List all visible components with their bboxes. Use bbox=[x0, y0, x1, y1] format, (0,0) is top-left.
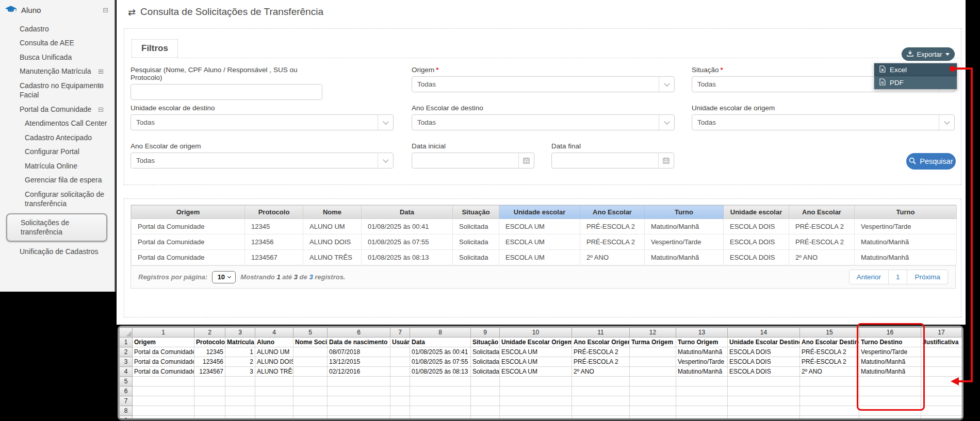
table-row: Portal da Comunidade1234567ALUNO TRÊS01/… bbox=[132, 250, 957, 265]
sheet-cell bbox=[390, 377, 410, 386]
sheet-cell: 01/08/2025 às 08:13 bbox=[410, 367, 471, 377]
filters-panel: Filtros Pesquisar (Nome, CPF Aluno / Res… bbox=[124, 28, 961, 185]
sidebar-item-label: Matrícula Online bbox=[25, 162, 77, 170]
field-data-final: Data final bbox=[551, 142, 674, 169]
sheet-row-header: 8 bbox=[120, 406, 133, 416]
sidebar-item-label: Busca Unificada bbox=[20, 53, 72, 61]
collapse-icon[interactable]: ⊟ bbox=[98, 106, 104, 113]
sheet-cell: ESCOLA UM bbox=[500, 347, 572, 357]
table-cell: PRÉ-ESCOLA 2 bbox=[789, 219, 855, 234]
sheet-cell bbox=[328, 406, 390, 416]
previous-page-button[interactable]: Anterior bbox=[849, 270, 889, 284]
search-icon bbox=[909, 157, 916, 166]
collapse-icon[interactable]: ⊟ bbox=[103, 7, 108, 13]
export-menu-item-pdf[interactable]: PDF bbox=[874, 76, 957, 89]
sheet-cell: Matutino/Manhã bbox=[676, 367, 728, 377]
sidebar-item-cadastro-no-equipamento-facial[interactable]: Cadastro no Equipamento Facial⊞ bbox=[0, 81, 111, 100]
sidebar-item-cadastro[interactable]: Cadastro bbox=[0, 24, 111, 33]
data-inicial-input[interactable] bbox=[412, 153, 534, 169]
sheet-cell bbox=[471, 406, 500, 416]
sheet-cell bbox=[921, 406, 962, 416]
data-final-input[interactable] bbox=[551, 153, 674, 169]
field-unidade-escolar-origem: Unidade escolar de origem Todas bbox=[692, 104, 955, 130]
results-table-wrap: OrigemProtocoloNomeDataSituaçãoUnidade e… bbox=[130, 205, 956, 289]
search-button[interactable]: Pesquisar bbox=[906, 153, 956, 170]
sidebar-item-atendimentos-call-center[interactable]: Atendimentos Call Center bbox=[0, 119, 111, 128]
sheet-cell bbox=[676, 406, 728, 416]
sidebar-item-cadastro-antecipado[interactable]: Cadastro Antecipado bbox=[0, 133, 111, 142]
table-cell: 01/08/2025 às 07:55 bbox=[362, 234, 453, 250]
sheet-cell bbox=[800, 396, 859, 406]
annotation-highlight-box bbox=[857, 323, 925, 411]
sidebar-item-label: Gerenciar fila de espera bbox=[25, 176, 102, 184]
spreadsheet-grid: 12345678910111213141516171OrigemProtocol… bbox=[119, 327, 962, 420]
field-label: Ano Escolar de destino bbox=[412, 104, 675, 112]
sidebar-item-configurar-portal[interactable]: Configurar Portal bbox=[0, 147, 111, 156]
table-cell: ESCOLA UM bbox=[499, 234, 580, 250]
table-cell: ALUNO UM bbox=[303, 219, 362, 234]
expand-icon[interactable]: ⊞ bbox=[98, 68, 104, 75]
next-page-button[interactable]: Próxima bbox=[907, 270, 948, 284]
sidebar-item-gerenciar-fila-de-espera[interactable]: Gerenciar fila de espera bbox=[0, 175, 111, 184]
sidebar-item-portal-da-comunidade[interactable]: Portal da Comunidade⊟ bbox=[0, 105, 111, 114]
sheet-cell bbox=[728, 377, 800, 386]
sidebar-item-configurar-solicitacao-de-transferencia[interactable]: Configurar solicitação de transferência bbox=[0, 190, 111, 209]
ano-destino-select[interactable]: Todas bbox=[412, 114, 675, 130]
expand-icon[interactable]: ⊞ bbox=[98, 82, 104, 89]
unidade-destino-select[interactable]: Todas bbox=[130, 114, 394, 130]
table-cell: ESCOLA DOIS bbox=[724, 234, 789, 250]
sheet-cell bbox=[390, 406, 410, 416]
search-input[interactable] bbox=[130, 84, 322, 100]
sheet-cell bbox=[390, 347, 410, 357]
field-label: Data final bbox=[551, 142, 674, 150]
field-unidade-escolar-destino: Unidade escolar de destino Todas bbox=[130, 104, 394, 130]
sheet-row-header: 4 bbox=[120, 367, 133, 377]
origem-select[interactable]: Todas bbox=[412, 76, 675, 92]
sheet-cell bbox=[921, 386, 962, 396]
sheet-cell bbox=[225, 416, 255, 421]
sheet-cell bbox=[255, 396, 293, 406]
main-content: ⇄ Consulta de Solicitações de Transferên… bbox=[117, 0, 966, 325]
sheet-cell bbox=[410, 406, 471, 416]
sidebar-item-label: Consulta de AEE bbox=[20, 39, 74, 47]
table-cell: Vespertino/Tarde bbox=[855, 219, 957, 234]
annotation-line bbox=[971, 68, 973, 382]
sidebar-item-consulta-de-aee[interactable]: Consulta de AEE bbox=[0, 38, 111, 47]
sidebar-menu: CadastroConsulta de AEEBusca UnificadaMa… bbox=[0, 24, 115, 256]
sidebar-item-matricula-online[interactable]: Matrícula Online bbox=[0, 161, 111, 171]
sheet-cell bbox=[225, 377, 255, 386]
sheet-cell bbox=[630, 367, 676, 377]
sheet-cell bbox=[500, 377, 572, 386]
sidebar-item-solicitacoes-de-transferencia[interactable]: Solicitações de transferência bbox=[6, 213, 107, 242]
ano-origem-select[interactable]: Todas bbox=[130, 153, 394, 169]
sheet-row-header: 5 bbox=[120, 377, 133, 386]
sheet-column-header: 7 bbox=[390, 328, 410, 338]
sheet-cell: 3 bbox=[225, 367, 255, 377]
sheet-column-header: 12 bbox=[630, 328, 676, 338]
sheet-cell: Usuário bbox=[390, 338, 410, 347]
export-button[interactable]: Exportar bbox=[902, 47, 955, 61]
sidebar-item-aluno[interactable]: Aluno ⊟ bbox=[0, 0, 115, 19]
sidebar-item-unificacao-de-cadastros[interactable]: Unificação de Cadastros bbox=[0, 247, 111, 256]
filters-legend: Filtros bbox=[132, 39, 178, 58]
export-menu-item-excel[interactable]: Excel bbox=[874, 63, 957, 76]
table-cell: Matutino/Manhã bbox=[855, 250, 957, 265]
sheet-cell bbox=[293, 416, 328, 421]
sheet-row: 7 bbox=[120, 396, 962, 406]
sheet-cell bbox=[293, 386, 328, 396]
unidade-origem-select[interactable]: Todas bbox=[692, 114, 955, 130]
page-number-button[interactable]: 1 bbox=[889, 270, 908, 284]
table-row: Portal da Comunidade123456ALUNO DOIS01/0… bbox=[132, 234, 957, 250]
table-cell: PRÉ-ESCOLA 2 bbox=[580, 219, 645, 234]
sheet-cell bbox=[390, 396, 410, 406]
per-page-select[interactable]: 10 bbox=[212, 271, 236, 283]
sidebar-item-manutencao-matricula[interactable]: Manutenção Matrícula⊞ bbox=[0, 66, 111, 76]
sheet-cell bbox=[471, 377, 500, 386]
column-header-turno: Turno bbox=[645, 206, 724, 219]
sidebar-item-busca-unificada[interactable]: Busca Unificada bbox=[0, 53, 111, 62]
sheet-column-header: 9 bbox=[471, 328, 500, 338]
sheet-column-header: 17 bbox=[921, 328, 962, 338]
results-table: OrigemProtocoloNomeDataSituaçãoUnidade e… bbox=[131, 205, 957, 265]
sheet-cell bbox=[572, 396, 630, 406]
sidebar: Aluno ⊟ CadastroConsulta de AEEBusca Uni… bbox=[0, 0, 116, 292]
